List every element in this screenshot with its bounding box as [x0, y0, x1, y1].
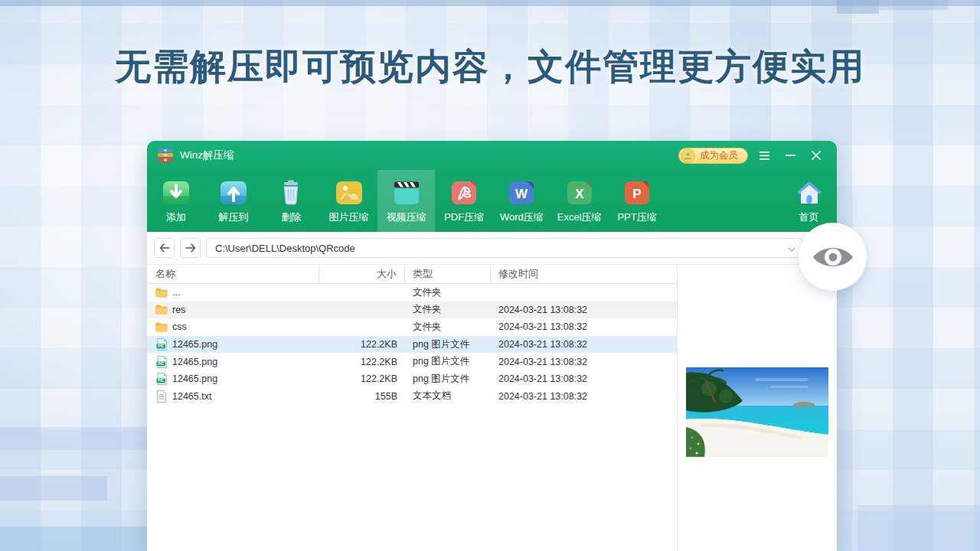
file-size: 122.2KB — [319, 370, 405, 388]
minimize-icon[interactable] — [780, 146, 800, 165]
address-path-input[interactable] — [215, 243, 788, 254]
file-type: 文本文档 — [405, 388, 491, 406]
file-type: 文件夹 — [405, 284, 491, 302]
table-row[interactable]: res 文件夹 2024-03-21 13:08:32 — [147, 302, 677, 319]
file-type: 文件夹 — [405, 302, 491, 319]
background-tile — [0, 476, 107, 500]
file-size: 155B — [319, 388, 405, 406]
extract-icon — [218, 178, 249, 207]
add-icon — [161, 178, 191, 207]
file-name: res — [172, 305, 185, 315]
address-path-box — [206, 238, 802, 258]
column-header-type[interactable]: 类型 — [405, 265, 491, 283]
toolbar-item-pdf[interactable]: PDF压缩 — [435, 170, 492, 232]
preview-panel — [678, 265, 837, 551]
image-compress-icon — [334, 178, 364, 207]
svg-text:X: X — [575, 187, 584, 201]
file-name: 12465.png — [172, 357, 217, 367]
toolbar-item-word[interactable]: W Word压缩 — [493, 170, 550, 232]
toolbar-item-label: 首页 — [799, 210, 819, 224]
toolbar-items: 添加 解压到 删除 图片压缩 视频压缩 PDF压缩 W Word压缩 X Exc… — [147, 170, 666, 232]
file-size: 122.2KB — [319, 336, 405, 354]
app-title: Winz解压缩 — [180, 148, 234, 162]
toolbar-item-extract[interactable]: 解压到 — [204, 170, 262, 232]
toolbar-item-excel[interactable]: X Excel压缩 — [550, 170, 608, 232]
table-row[interactable]: 12465.txt 155B 文本文档 2024-03-21 13:08:32 — [147, 388, 677, 406]
table-row[interactable]: PIC 12465.png 122.2KB png 图片文件 2024-03-2… — [147, 336, 677, 354]
chevron-down-icon[interactable] — [788, 241, 795, 255]
file-type: png 图片文件 — [405, 370, 491, 388]
background-tile — [0, 0, 980, 6]
file-table: 名称 大小 类型 修改时间 ... 文件夹 res 文件夹 2024-03-21… — [147, 265, 677, 551]
back-button[interactable] — [154, 238, 175, 258]
toolbar-item-label: Word压缩 — [500, 210, 544, 224]
file-modified: 2024-03-21 13:08:32 — [491, 302, 677, 319]
file-name: 12465.txt — [172, 391, 211, 402]
toolbar-item-delete[interactable]: 删除 — [263, 170, 320, 232]
table-row[interactable]: ... 文件夹 — [147, 284, 677, 302]
toolbar-item-video-compress[interactable]: 视频压缩 — [377, 170, 435, 232]
toolbar-item-label: PDF压缩 — [444, 210, 484, 224]
become-member-label: 成为会员 — [700, 149, 738, 162]
table-row[interactable]: css 文件夹 2024-03-21 13:08:32 — [147, 318, 677, 336]
folder-icon — [155, 286, 168, 298]
menu-icon[interactable] — [754, 146, 774, 165]
titlebar: Winz解压缩 成为会员 — [147, 141, 837, 170]
background-tile — [858, 505, 980, 551]
file-modified: 2024-03-21 13:08:32 — [491, 318, 677, 336]
forward-button[interactable] — [180, 238, 201, 258]
toolbar-item-label: Excel压缩 — [557, 210, 602, 224]
background-tile — [837, 0, 879, 14]
file-name: ... — [172, 287, 180, 298]
txt-icon — [155, 390, 168, 403]
toolbar-item-ppt[interactable]: P PPT压缩 — [608, 170, 665, 232]
table-row[interactable]: PIC 12465.png 122.2KB png 图片文件 2024-03-2… — [147, 370, 677, 388]
file-table-header: 名称 大小 类型 修改时间 — [147, 265, 677, 284]
eye-overlay-icon — [799, 223, 867, 291]
excel-icon: X — [564, 178, 595, 207]
ppt-icon: P — [622, 178, 652, 207]
file-type: 文件夹 — [405, 318, 491, 336]
become-member-button[interactable]: 成为会员 — [678, 148, 748, 164]
toolbar-item-label: 图片压缩 — [329, 210, 369, 224]
column-header-modified[interactable]: 修改时间 — [491, 265, 677, 283]
app-logo-icon — [158, 148, 173, 162]
word-icon: W — [506, 178, 537, 207]
toolbar-item-add[interactable]: 添加 — [147, 170, 204, 232]
background-tile — [879, 0, 948, 10]
toolbar-item-image-compress[interactable]: 图片压缩 — [320, 170, 377, 232]
file-modified: 2024-03-21 13:08:32 — [491, 336, 677, 354]
file-table-body: ... 文件夹 res 文件夹 2024-03-21 13:08:32 css … — [147, 284, 677, 405]
home-icon — [794, 178, 825, 207]
svg-text:PIC: PIC — [158, 344, 164, 348]
svg-text:PIC: PIC — [158, 380, 164, 383]
toolbar: 添加 解压到 删除 图片压缩 视频压缩 PDF压缩 W Word压缩 X Exc… — [147, 170, 837, 232]
close-icon[interactable] — [806, 146, 826, 165]
file-size: 122.2KB — [319, 353, 405, 370]
delete-icon — [276, 178, 306, 207]
toolbar-item-label: PPT压缩 — [617, 210, 656, 224]
pdf-icon — [449, 178, 479, 207]
table-row[interactable]: PIC 12465.png 122.2KB png 图片文件 2024-03-2… — [147, 353, 677, 370]
file-size — [319, 302, 405, 319]
column-header-size[interactable]: 大小 — [319, 265, 405, 283]
background-tile — [0, 427, 157, 450]
file-modified: 2024-03-21 13:08:32 — [491, 353, 677, 370]
folder-icon — [155, 304, 168, 316]
pic-icon: PIC — [155, 373, 168, 385]
page-title: 无需解压即可预览内容，文件管理更方便实用 — [0, 43, 980, 91]
file-modified: 2024-03-21 13:08:32 — [491, 370, 677, 388]
file-modified — [491, 284, 677, 302]
file-name: 12465.png — [172, 339, 217, 350]
toolbar-item-label: 解压到 — [218, 210, 248, 224]
toolbar-item-label: 视频压缩 — [387, 210, 426, 224]
column-header-name[interactable]: 名称 — [147, 265, 319, 283]
file-type: png 图片文件 — [405, 353, 491, 370]
file-size — [319, 318, 405, 336]
toolbar-item-label: 删除 — [281, 210, 301, 224]
folder-icon — [155, 321, 168, 333]
preview-image — [686, 367, 828, 457]
pic-icon: PIC — [155, 338, 168, 350]
toolbar-item-label: 添加 — [166, 210, 186, 224]
file-size — [319, 284, 405, 302]
